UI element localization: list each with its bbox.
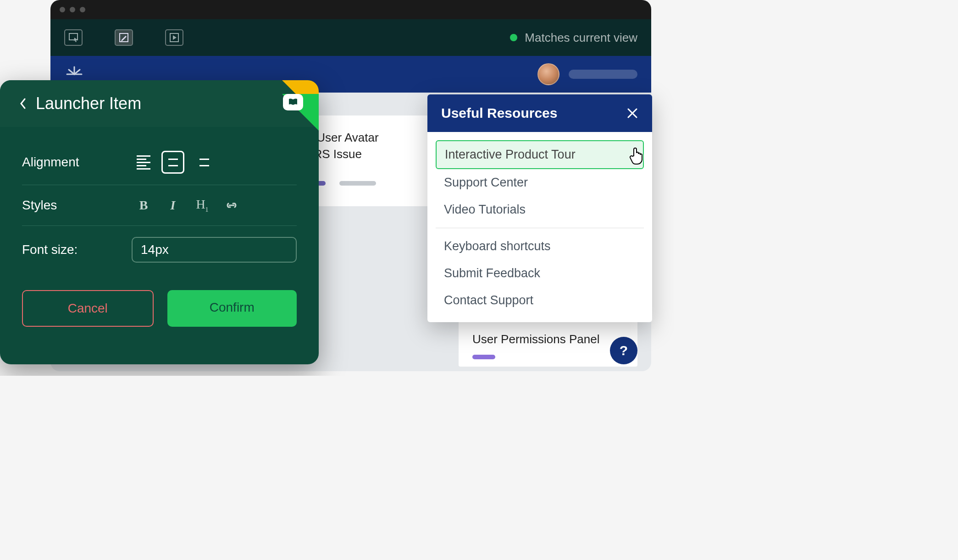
close-icon	[626, 107, 638, 119]
font-size-row: Font size:	[22, 226, 297, 274]
align-center-button[interactable]	[161, 151, 184, 174]
select-tool-button[interactable]	[64, 29, 83, 46]
progress-segment	[472, 355, 495, 359]
confirm-button[interactable]: Confirm	[167, 290, 297, 327]
resources-body: Interactive Product Tour Support Center …	[427, 132, 652, 322]
edit-tool-button[interactable]	[115, 29, 133, 46]
editor-toolbar: Matches current view	[50, 19, 651, 56]
back-button[interactable]	[18, 97, 27, 110]
user-avatar[interactable]	[537, 63, 559, 85]
align-left-icon	[137, 155, 150, 170]
align-left-button[interactable]	[132, 151, 155, 174]
launcher-actions: Cancel Confirm	[22, 290, 297, 327]
cursor-hand-icon	[628, 147, 645, 165]
align-right-button[interactable]	[191, 151, 214, 174]
bold-icon: B	[139, 198, 148, 213]
window-dot-maximize[interactable]	[80, 7, 85, 12]
bold-button[interactable]: B	[132, 196, 155, 214]
divider	[436, 228, 644, 228]
status-text: Matches current view	[525, 31, 637, 45]
resource-item-support-center[interactable]: Support Center	[436, 169, 644, 196]
window-dot-minimize[interactable]	[70, 7, 75, 12]
font-size-label: Font size:	[22, 242, 132, 257]
play-tool-button[interactable]	[165, 29, 183, 46]
window-dot-close[interactable]	[60, 7, 65, 12]
permissions-title: User Permissions Panel	[472, 332, 624, 346]
heading-button[interactable]: H1	[191, 196, 214, 214]
resources-header: Useful Resources	[427, 94, 652, 132]
resources-popover: Useful Resources Interactive Product Tou…	[427, 94, 652, 322]
corner-badge	[264, 80, 319, 135]
book-icon	[283, 94, 303, 110]
styles-row: Styles B I H1	[22, 185, 297, 226]
launcher-item-panel: Launcher Item Alignment	[0, 80, 319, 364]
align-right-icon	[195, 155, 209, 170]
alignment-label: Alignment	[22, 155, 132, 170]
launcher-header: Launcher Item	[0, 80, 319, 127]
font-size-input[interactable]	[132, 237, 297, 263]
resource-item-product-tour[interactable]: Interactive Product Tour	[436, 140, 644, 169]
status-dot-icon	[510, 34, 517, 41]
resource-item-submit-feedback[interactable]: Submit Feedback	[436, 260, 644, 287]
launcher-body: Alignment Styles B I H1	[0, 127, 319, 340]
italic-icon: I	[171, 198, 176, 213]
help-button[interactable]: ?	[610, 337, 637, 364]
alignment-row: Alignment	[22, 140, 297, 185]
italic-button[interactable]: I	[161, 196, 184, 214]
styles-label: Styles	[22, 198, 132, 213]
resource-item-contact-support[interactable]: Contact Support	[436, 287, 644, 314]
permissions-card[interactable]: User Permissions Panel	[459, 321, 637, 367]
resource-item-video-tutorials[interactable]: Video Tutorials	[436, 196, 644, 223]
link-button[interactable]	[220, 196, 243, 214]
question-icon: ?	[620, 343, 628, 358]
launcher-title: Launcher Item	[36, 94, 141, 113]
resources-title: Useful Resources	[441, 105, 557, 121]
close-button[interactable]	[626, 107, 638, 119]
progress-segment	[339, 181, 376, 186]
view-status: Matches current view	[510, 31, 637, 45]
resource-item-keyboard-shortcuts[interactable]: Keyboard shortcuts	[436, 233, 644, 260]
window-titlebar	[50, 0, 651, 19]
header-placeholder	[569, 70, 637, 79]
heading-icon: H1	[196, 197, 208, 214]
align-center-icon	[166, 155, 180, 170]
link-icon	[225, 200, 238, 211]
cancel-button[interactable]: Cancel	[22, 290, 154, 327]
